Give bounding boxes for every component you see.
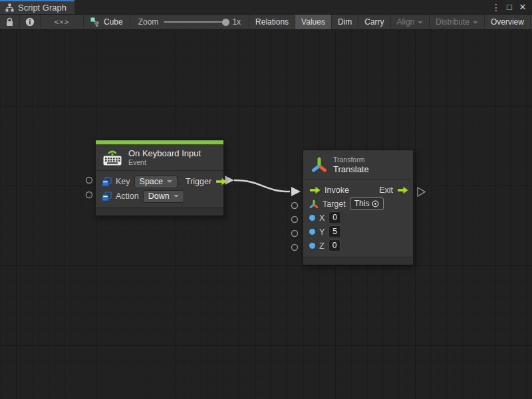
graph-hierarchy-icon xyxy=(5,3,14,12)
key-dropdown[interactable]: Space xyxy=(134,176,178,188)
chevron-down-icon xyxy=(174,195,179,198)
target-row: Target This xyxy=(303,197,413,211)
window-close-icon[interactable]: ✕ xyxy=(517,1,528,14)
value-port-dot xyxy=(309,243,315,249)
node-subtitle: Event xyxy=(128,158,201,167)
lock-icon xyxy=(5,17,14,27)
zoom-value: 1x xyxy=(232,17,241,27)
titlebar: Script Graph ⋮ □ ✕ xyxy=(0,0,532,15)
toolbar-left-group: <×> Cube Zoom 1x xyxy=(0,15,249,29)
lock-button[interactable] xyxy=(0,15,20,29)
graph-reference-label: Cube xyxy=(104,17,123,27)
z-label: Z xyxy=(319,241,325,251)
exit-label: Exit xyxy=(379,186,393,195)
transform-translate-node[interactable]: Transform Translate Invoke Exit xyxy=(303,150,414,265)
transform-node-body: Invoke Exit xyxy=(303,180,413,257)
keyboard-node-titles: On Keyboard Input Event xyxy=(128,148,201,167)
exit-output-port[interactable] xyxy=(418,188,425,196)
titlebar-drag-area: ⋮ □ ✕ xyxy=(74,0,532,14)
zoom-slider-knob[interactable] xyxy=(222,19,229,26)
node-title: Translate xyxy=(333,164,369,174)
target-object-field[interactable]: This xyxy=(350,198,384,210)
x-value-field[interactable]: 0 xyxy=(329,211,341,224)
trigger-label: Trigger xyxy=(186,177,211,186)
window-menu-icon[interactable]: ⋮ xyxy=(491,1,501,14)
code-view-button[interactable]: <×> xyxy=(41,15,84,29)
zoom-control: Zoom 1x xyxy=(130,15,249,29)
y-input-port[interactable] xyxy=(292,231,298,237)
flow-arrow-icon xyxy=(309,186,321,194)
axis-icon-small xyxy=(309,200,319,209)
target-label: Target xyxy=(323,200,346,209)
relations-button[interactable]: Relations xyxy=(249,15,295,29)
graph-toolbar: <×> Cube Zoom 1x xyxy=(0,15,532,30)
z-row: Z 0 xyxy=(303,239,413,253)
y-label: Y xyxy=(319,227,325,237)
code-view-icon: <×> xyxy=(55,18,69,26)
info-icon xyxy=(25,17,35,27)
value-port-dot xyxy=(309,229,315,235)
window-maximize-icon[interactable]: □ xyxy=(504,1,515,14)
chevron-down-icon xyxy=(167,180,172,183)
z-value-field[interactable]: 0 xyxy=(329,239,341,252)
align-button[interactable]: Align xyxy=(391,15,430,29)
chevron-down-icon xyxy=(418,21,423,24)
script-graph-window: Script Graph ⋮ □ ✕ xyxy=(0,0,532,399)
values-button[interactable]: Values xyxy=(295,15,332,29)
graph-node-icon xyxy=(90,17,100,27)
transform-node-titles: Transform Translate xyxy=(333,156,369,174)
key-label: Key xyxy=(116,177,130,186)
action-row: Action Down xyxy=(96,189,223,203)
flow-arrow-icon xyxy=(215,178,227,186)
literal-icon xyxy=(102,177,112,187)
tab-script-graph[interactable]: Script Graph xyxy=(0,0,74,14)
z-input-port[interactable] xyxy=(292,245,298,251)
transform-node-header: Transform Translate xyxy=(303,150,413,180)
x-row: X 0 xyxy=(303,211,413,225)
transform-axis-icon xyxy=(311,156,327,174)
literal-icon xyxy=(102,192,112,201)
flow-arrow-icon xyxy=(397,186,408,194)
keyboard-node-body: Key Space Trigger xyxy=(96,171,223,207)
node-category: Transform xyxy=(333,156,369,164)
toolbar-right-group: Relations Values Dim Carry Align Distrib… xyxy=(249,15,532,29)
x-label: X xyxy=(319,213,325,223)
invoke-label: Invoke xyxy=(325,186,349,195)
node-title: On Keyboard Input xyxy=(128,148,201,158)
keyboard-node-header: On Keyboard Input Event xyxy=(96,144,223,171)
graph-reference[interactable]: Cube xyxy=(84,15,130,29)
dim-button[interactable]: Dim xyxy=(332,15,358,29)
connections-overlay xyxy=(0,30,532,399)
key-row: Key Space Trigger xyxy=(96,174,223,189)
distribute-button[interactable]: Distribute xyxy=(430,15,485,29)
invoke-row: Invoke Exit xyxy=(303,183,413,197)
zoom-label: Zoom xyxy=(138,17,159,27)
keyboard-node-footer xyxy=(96,207,223,215)
x-input-port[interactable] xyxy=(292,217,298,223)
transform-node-footer xyxy=(303,257,413,265)
y-row: Y 5 xyxy=(303,225,413,239)
carry-button[interactable]: Carry xyxy=(358,15,390,29)
action-dropdown[interactable]: Down xyxy=(143,190,184,203)
y-value-field[interactable]: 5 xyxy=(329,225,341,238)
object-picker-icon[interactable] xyxy=(372,200,379,207)
trigger-invoke-wire[interactable] xyxy=(234,180,290,192)
value-port-dot xyxy=(309,215,315,221)
chevron-down-icon xyxy=(473,21,478,24)
overview-button[interactable]: Overview xyxy=(485,15,531,29)
action-input-port[interactable] xyxy=(86,192,92,198)
on-keyboard-input-node[interactable]: On Keyboard Input Event Key Spac xyxy=(95,140,224,216)
info-button[interactable] xyxy=(20,15,41,29)
tab-label: Script Graph xyxy=(18,3,66,13)
zoom-slider[interactable] xyxy=(164,21,227,23)
graph-canvas[interactable]: On Keyboard Input Event Key Spac xyxy=(0,30,532,399)
keyboard-icon xyxy=(102,149,122,166)
key-input-port[interactable] xyxy=(86,178,92,184)
action-label: Action xyxy=(116,192,139,201)
wire-arrowhead xyxy=(291,187,301,196)
target-input-port[interactable] xyxy=(292,203,298,209)
